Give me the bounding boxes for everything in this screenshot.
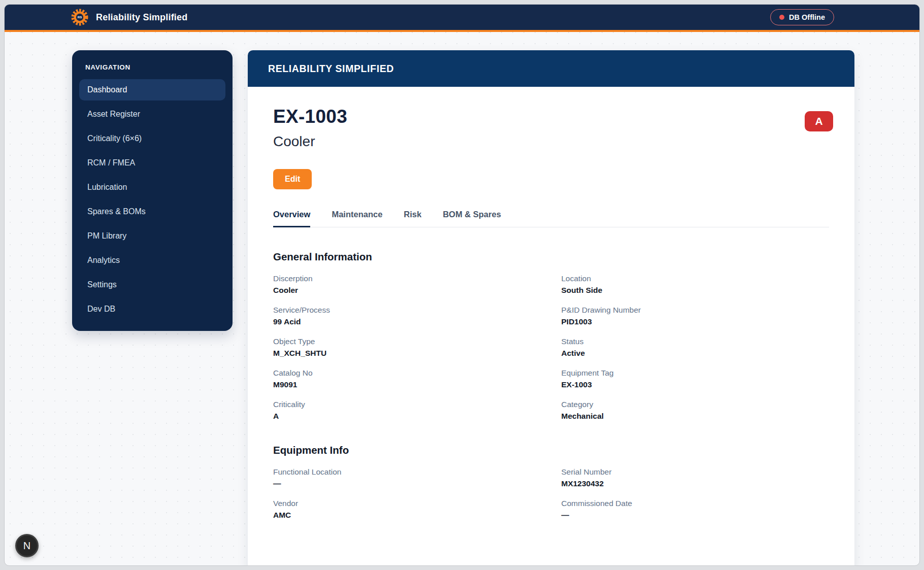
field-value: Mechanical — [562, 412, 830, 421]
criticality-badge: A — [805, 111, 833, 131]
tab-bom-spares[interactable]: BOM & Spares — [443, 210, 501, 227]
field-object-type: Object TypeM_XCH_SHTU — [273, 337, 541, 358]
sidebar-item-spares-boms[interactable]: Spares & BOMs — [79, 201, 225, 222]
field-value: — — [273, 479, 541, 488]
app-window: RS Reliability Simplified DB Offline NAV… — [4, 4, 920, 566]
sidebar-item-settings[interactable]: Settings — [79, 274, 225, 295]
field-label: Equipment Tag — [562, 368, 830, 378]
field-label: Serial Number — [562, 467, 830, 477]
tab-maintenance[interactable]: Maintenance — [332, 210, 382, 227]
field-label: P&ID Drawing Number — [562, 306, 830, 315]
sidebar-item-dashboard[interactable]: Dashboard — [79, 79, 225, 100]
sidebar-item-rcm-fmea[interactable]: RCM / FMEA — [79, 152, 225, 174]
sidebar-item-analytics[interactable]: Analytics — [79, 250, 225, 271]
field-value: M_XCH_SHTU — [273, 349, 541, 358]
brand: RS Reliability Simplified — [71, 8, 187, 26]
field-value: Active — [562, 349, 830, 358]
field-category: CategoryMechanical — [562, 400, 830, 421]
sidebar: NAVIGATION DashboardAsset RegisterCritic… — [72, 50, 233, 331]
field-p-id-drawing-number: P&ID Drawing NumberPID1003 — [562, 306, 830, 326]
field-label: Vendor — [273, 499, 541, 508]
dev-indicator-button[interactable]: N — [15, 534, 39, 557]
sidebar-title: NAVIGATION — [79, 59, 225, 79]
edit-button[interactable]: Edit — [273, 169, 312, 189]
field-grid: DiscerptionCoolerLocationSouth SideServi… — [273, 274, 829, 421]
field-value: 99 Acid — [273, 317, 541, 326]
card-body: A EX-1003 Cooler Edit OverviewMaintenanc… — [248, 87, 854, 550]
field-label: Category — [562, 400, 830, 409]
asset-name-subtitle: Cooler — [273, 133, 829, 150]
field-value: South Side — [562, 286, 830, 295]
field-functional-location: Functional Location— — [273, 467, 541, 488]
app-header: RS Reliability Simplified DB Offline — [5, 5, 919, 32]
field-value: A — [273, 412, 541, 421]
db-status-badge[interactable]: DB Offline — [770, 9, 834, 25]
field-commissioned-date: Commissioned Date— — [562, 499, 830, 520]
field-label: Commissioned Date — [562, 499, 830, 508]
field-label: Service/Process — [273, 306, 541, 315]
tab-risk[interactable]: Risk — [404, 210, 421, 227]
sidebar-item-dev-db[interactable]: Dev DB — [79, 298, 225, 320]
field-discerption: DiscerptionCooler — [273, 274, 541, 295]
brand-gear-logo-icon: RS — [71, 8, 89, 26]
field-label: Object Type — [273, 337, 541, 346]
sidebar-item-asset-register[interactable]: Asset Register — [79, 104, 225, 125]
sidebar-item-criticality-6-6[interactable]: Criticality (6×6) — [79, 128, 225, 149]
field-criticality: CriticalityA — [273, 400, 541, 421]
app-title: Reliability Simplified — [96, 12, 187, 23]
field-value: AMC — [273, 511, 541, 520]
field-catalog-no: Catalog NoM9091 — [273, 368, 541, 389]
field-value: PID1003 — [562, 317, 830, 326]
field-label: Location — [562, 274, 830, 283]
status-dot-icon — [779, 15, 784, 20]
field-serial-number: Serial NumberMX1230432 — [562, 467, 830, 488]
field-label: Criticality — [273, 400, 541, 409]
field-label: Discerption — [273, 274, 541, 283]
field-value: EX-1003 — [562, 380, 830, 389]
section-title-equipment-info: Equipment Info — [273, 444, 829, 456]
svg-text:RS: RS — [78, 15, 82, 19]
sidebar-item-lubrication[interactable]: Lubrication — [79, 177, 225, 198]
field-value: — — [562, 511, 830, 520]
field-grid: Functional Location—Serial NumberMX12304… — [273, 467, 829, 520]
field-location: LocationSouth Side — [562, 274, 830, 295]
field-status: StatusActive — [562, 337, 830, 358]
field-service-process: Service/Process99 Acid — [273, 306, 541, 326]
section-title-general-information: General Information — [273, 251, 829, 263]
field-value: Cooler — [273, 286, 541, 295]
field-value: MX1230432 — [562, 479, 830, 488]
tab-bar: OverviewMaintenanceRiskBOM & Spares — [273, 210, 829, 227]
field-equipment-tag: Equipment TagEX-1003 — [562, 368, 830, 389]
field-value: M9091 — [273, 380, 541, 389]
tab-overview[interactable]: Overview — [273, 210, 310, 227]
asset-id-title: EX-1003 — [273, 87, 829, 127]
asset-detail-card: RELIABILITY SIMPLIFIED A EX-1003 Cooler … — [248, 50, 854, 566]
field-vendor: VendorAMC — [273, 499, 541, 520]
content-area: NAVIGATION DashboardAsset RegisterCritic… — [5, 32, 919, 565]
card-header-title: RELIABILITY SIMPLIFIED — [248, 50, 854, 87]
detail-sections: General InformationDiscerptionCoolerLoca… — [273, 251, 829, 520]
field-label: Functional Location — [273, 467, 541, 477]
field-label: Catalog No — [273, 368, 541, 378]
sidebar-nav: DashboardAsset RegisterCriticality (6×6)… — [79, 79, 225, 320]
field-label: Status — [562, 337, 830, 346]
sidebar-item-pm-library[interactable]: PM Library — [79, 225, 225, 247]
db-status-label: DB Offline — [789, 13, 825, 21]
